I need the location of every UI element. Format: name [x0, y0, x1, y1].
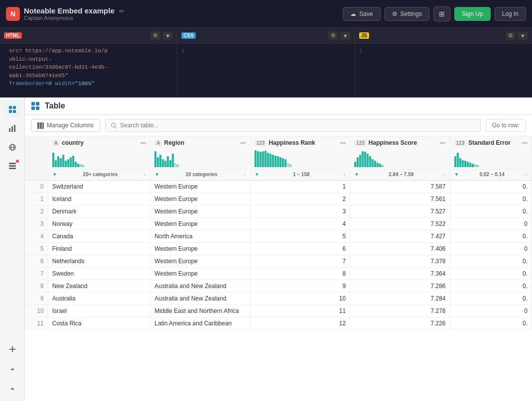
- region-cell: Western Europe: [150, 181, 250, 193]
- country-histogram: [52, 148, 146, 168]
- country-cell: Norway: [48, 218, 150, 230]
- rank-cell: 3: [250, 205, 350, 218]
- region-col-type: A: [154, 140, 162, 146]
- js-editor-panel: JS ⚙ ▼ 1: [355, 28, 532, 97]
- table-row: 6 Netherlands Western Europe 7 7.378 0.: [25, 255, 532, 268]
- country-cell: Netherlands: [48, 255, 150, 268]
- app-title-text: Noteable Embed example: [24, 6, 115, 15]
- svg-rect-16: [36, 102, 39, 105]
- region-cell: North America: [150, 230, 250, 243]
- js-settings-btn[interactable]: ⚙: [506, 31, 516, 40]
- score-cell: 7.587: [350, 181, 450, 193]
- login-button[interactable]: Log In: [495, 7, 526, 21]
- error-filter-icon[interactable]: ▼: [454, 172, 459, 177]
- search-icon: [111, 122, 117, 129]
- error-col-header: 123 Standard Error •••: [450, 136, 532, 181]
- sidebar-item-globe[interactable]: [4, 139, 20, 155]
- region-sort-icon[interactable]: ↕: [244, 172, 246, 177]
- pencil-icon[interactable]: ✏: [119, 7, 125, 15]
- search-box[interactable]: [105, 119, 481, 132]
- html-editor-panel: HTML ⚙ ▼ src= https://app.noteable.io/p …: [0, 28, 177, 97]
- html-expand-btn[interactable]: ▼: [162, 32, 173, 40]
- error-cell: 0: [450, 218, 532, 230]
- country-col-menu[interactable]: •••: [140, 140, 146, 146]
- country-cell: Switzerland: [48, 181, 150, 193]
- region-cell: Middle East and Northern Africa: [150, 305, 250, 317]
- table-toolbar: Manage Columns Go to row:: [25, 115, 532, 136]
- country-sort-icon[interactable]: ↕: [143, 172, 146, 177]
- score-col-menu[interactable]: •••: [440, 140, 446, 146]
- sidebar-item-chart[interactable]: [4, 120, 20, 136]
- region-cell: Western Europe: [150, 193, 250, 205]
- css-editor-content[interactable]: 1: [177, 44, 354, 97]
- data-table-wrapper[interactable]: A country •••: [25, 136, 532, 401]
- settings-button[interactable]: ⚙ Settings: [385, 7, 429, 21]
- row-index: 4: [25, 230, 48, 243]
- sidebar-item-data[interactable]: [4, 158, 20, 174]
- html-settings-btn[interactable]: ⚙: [150, 31, 160, 40]
- table-section: Table Manage Columns Go to row:: [25, 98, 532, 401]
- error-cell: 0.: [450, 317, 532, 330]
- sidebar-item-plus[interactable]: [4, 341, 20, 357]
- svg-rect-12: [9, 168, 16, 169]
- row-index: 0: [25, 181, 48, 193]
- left-sidebar: [0, 98, 25, 401]
- manage-columns-button[interactable]: Manage Columns: [31, 119, 100, 132]
- rank-col-menu[interactable]: •••: [340, 140, 346, 146]
- js-expand-btn[interactable]: ▼: [518, 32, 528, 40]
- score-cell: 7.527: [350, 205, 450, 218]
- region-col-menu[interactable]: •••: [240, 140, 246, 146]
- app-title: Noteable Embed example ✏: [24, 6, 125, 15]
- rank-filter-icon[interactable]: ▼: [255, 172, 260, 177]
- css-settings-btn[interactable]: ⚙: [328, 31, 338, 40]
- score-sort-icon[interactable]: ↕: [443, 172, 446, 177]
- error-histogram: [454, 148, 528, 168]
- country-filter-icon[interactable]: ▼: [52, 172, 57, 177]
- sidebar-item-table[interactable]: [4, 101, 20, 117]
- country-cell: Denmark: [48, 205, 150, 218]
- score-histogram: [354, 148, 445, 168]
- row-index: 7: [25, 268, 48, 280]
- error-col-menu[interactable]: •••: [522, 140, 528, 146]
- error-cell: 0.: [450, 280, 532, 293]
- sidebar-collapse-btn[interactable]: [4, 362, 20, 378]
- search-input[interactable]: [120, 122, 475, 129]
- rank-sort-icon[interactable]: ↕: [343, 172, 346, 177]
- region-cell: Western Europe: [150, 268, 250, 280]
- svg-rect-19: [37, 122, 39, 129]
- signup-button[interactable]: Sign Up: [454, 7, 491, 21]
- js-editor-content[interactable]: 1: [355, 44, 532, 97]
- row-index: 10: [25, 305, 48, 317]
- country-filter-label: 20+ categories: [83, 172, 118, 177]
- score-cell: 7.364: [350, 268, 450, 280]
- css-editor-tab: CSS ⚙ ▼: [177, 28, 354, 44]
- save-button[interactable]: ☁ Save: [343, 7, 380, 21]
- score-filter-icon[interactable]: ▼: [354, 172, 359, 177]
- css-editor-panel: CSS ⚙ ▼ 1: [177, 28, 355, 97]
- sidebar-expand-btn[interactable]: [4, 381, 20, 397]
- html-tab-label: HTML: [4, 32, 22, 39]
- country-col-name: country: [62, 139, 138, 146]
- main-area: Table Manage Columns Go to row:: [0, 98, 532, 401]
- region-cell: Latin America and Caribbean: [150, 317, 250, 330]
- html-editor-content[interactable]: src= https://app.noteable.io/p ublic-out…: [0, 44, 177, 97]
- error-sort-icon[interactable]: ↕: [525, 172, 528, 177]
- data-table: A country •••: [25, 136, 532, 330]
- row-index: 1: [25, 193, 48, 205]
- error-cell: 0.: [450, 268, 532, 280]
- gear-icon: ⚙: [392, 10, 398, 17]
- svg-line-23: [115, 127, 117, 128]
- error-cell: 0: [450, 243, 532, 255]
- topbar-actions: ☁ Save ⚙ Settings ⊞ Sign Up Log In: [343, 6, 526, 21]
- layout-button[interactable]: ⊞: [433, 6, 450, 21]
- country-filter-row: ▼ 20+ categories ↕: [52, 169, 146, 177]
- rank-cell: 7: [250, 255, 350, 268]
- css-expand-btn[interactable]: ▼: [340, 32, 351, 40]
- table-row: 5 Finland Western Europe 6 7.406 0: [25, 243, 532, 255]
- region-col-name: Region: [164, 139, 239, 146]
- svg-rect-4: [9, 128, 10, 132]
- js-badge: JS: [359, 32, 369, 39]
- table-row: 3 Norway Western Europe 4 7.522 0: [25, 218, 532, 230]
- country-col-header: A country •••: [48, 136, 150, 181]
- region-filter-icon[interactable]: ▼: [154, 172, 159, 177]
